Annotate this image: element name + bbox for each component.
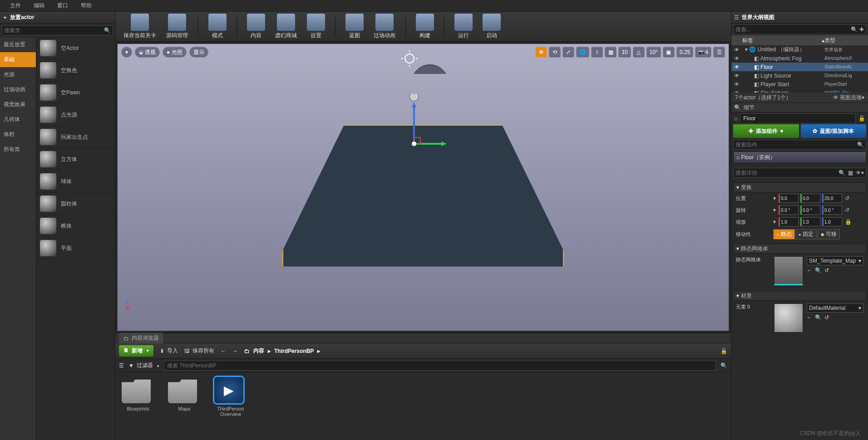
menu-help[interactable]: 帮助 [74, 0, 98, 11]
viewport[interactable]: ▾ ⬙ 透视 ● 光照 显示 ✥ ⟲ ⤢ 🌐 ⟟ ▦ 10 △ [117, 44, 729, 331]
actor-item[interactable]: 平面 [36, 237, 115, 259]
toolbar-button[interactable]: 构建 [416, 14, 434, 39]
save-all-button[interactable]: 🖫保存所有 [184, 347, 214, 355]
scale-snap-button[interactable]: ▣ [663, 47, 675, 58]
place-actors-search-input[interactable] [4, 27, 104, 34]
location-z-input[interactable] [824, 196, 842, 201]
actor-category[interactable]: 体积 [0, 127, 36, 142]
content-search-input[interactable] [164, 361, 716, 371]
toolbar-button[interactable]: 启动 [483, 14, 501, 39]
browse-button[interactable]: 🔍 [815, 314, 822, 321]
outliner-row[interactable]: 👁◧ Sky Sphere编辑BP_Sky [731, 88, 868, 93]
rotation-x-input[interactable] [780, 208, 798, 213]
floor-mesh[interactable] [282, 125, 564, 279]
lock-icon[interactable]: 🔓 [720, 348, 727, 354]
mobility-static-button[interactable]: ●静态 [773, 229, 795, 240]
nav-back-button[interactable]: ← [221, 348, 226, 354]
material-dropdown[interactable]: DefaultMaterial▾ [807, 303, 863, 313]
use-selected-button[interactable]: ← [807, 267, 812, 274]
visibility-toggle[interactable]: 👁 [733, 47, 740, 53]
angle-snap-button[interactable]: △ [633, 47, 645, 58]
sources-toggle-button[interactable]: ☰ [119, 362, 124, 369]
chevron-down-icon[interactable]: ▾ [773, 207, 776, 213]
import-button[interactable]: ⬇导入 [160, 347, 178, 355]
viewport-lit-dropdown[interactable]: ● 光照 [163, 47, 187, 58]
toolbar-button[interactable]: 保存当前关卡 [123, 14, 156, 39]
outliner-row[interactable]: 👁◧ Player StartPlayerStart [731, 80, 868, 88]
rotate-tool-button[interactable]: ⟲ [549, 47, 561, 58]
outliner-search-input[interactable] [735, 26, 851, 33]
toolbar-button[interactable]: 模式 [208, 14, 227, 39]
breadcrumb-folder[interactable]: ThirdPersonBP [274, 348, 314, 354]
use-selected-button[interactable]: ← [807, 314, 812, 321]
visibility-toggle[interactable]: 👁 [733, 64, 740, 70]
menu-file[interactable]: 文件 [4, 0, 27, 11]
actor-item[interactable]: 空角色 [36, 59, 115, 82]
material-thumbnail[interactable] [774, 303, 803, 332]
grid-snap-button[interactable]: ▦ [605, 47, 616, 58]
outliner-col-label[interactable]: 标签 [731, 37, 822, 44]
viewport-show-dropdown[interactable]: 显示 [189, 47, 208, 58]
scale-z-input[interactable] [824, 220, 842, 225]
actor-category[interactable]: 视觉效果 [0, 97, 36, 112]
toolbar-button[interactable]: 蓝图 [345, 14, 364, 39]
sun-widget[interactable] [396, 50, 450, 78]
outliner-row[interactable]: 👁◧ Light SourceDirectionalLig [731, 71, 868, 80]
visibility-toggle[interactable]: 👁 [733, 55, 740, 62]
details-search-input[interactable] [735, 170, 838, 176]
add-new-button[interactable]: 🗎新增 [119, 345, 153, 357]
asset-item[interactable]: ▶ThirdPerson Overview [214, 377, 247, 435]
scale-tool-button[interactable]: ⤢ [562, 47, 574, 58]
property-matrix-button[interactable]: ▦ [848, 170, 853, 176]
actor-category[interactable]: 光源 [0, 67, 36, 82]
filters-button[interactable]: ▼ 过滤器 [128, 362, 159, 369]
asset-item[interactable]: Blueprints [122, 377, 154, 435]
add-component-button[interactable]: ✚ 添加组件 ▾ [733, 124, 799, 138]
toolbar-button[interactable]: 源码管理 [166, 14, 188, 39]
rotation-y-input[interactable] [802, 208, 820, 213]
actor-category[interactable]: 最近放置 [0, 37, 36, 52]
scale-x-input[interactable] [780, 220, 798, 225]
scale-snap-value[interactable]: 0.25 [676, 47, 693, 58]
camera-speed-button[interactable]: 📷 4 [695, 47, 711, 58]
chevron-down-icon[interactable]: ▾ [773, 195, 776, 201]
actor-category[interactable]: 基础 [0, 52, 36, 67]
reset-button[interactable]: ↺ [824, 314, 829, 321]
translate-tool-button[interactable]: ✥ [535, 47, 547, 58]
scale-y-input[interactable] [802, 220, 820, 225]
content-browser-tab[interactable]: 🗀 内容浏览器 [119, 333, 163, 343]
viewport-maximize-button[interactable]: ☰ [713, 47, 725, 58]
actor-item[interactable]: 圆柱体 [36, 193, 115, 215]
add-folder-button[interactable]: ✚ [859, 26, 864, 33]
toolbar-button[interactable]: 虚幻商城 [275, 14, 297, 39]
angle-snap-value[interactable]: 10° [646, 47, 661, 58]
material-section-header[interactable]: 材质 [733, 291, 866, 301]
transform-section-header[interactable]: 变换 [733, 182, 866, 192]
toolbar-button[interactable]: 运行 [454, 14, 473, 39]
menu-window[interactable]: 窗口 [51, 0, 74, 11]
asset-item[interactable]: Maps [168, 377, 201, 435]
outliner-row[interactable]: 👁◧ FloorStaticMeshAc [731, 63, 868, 71]
static-mesh-thumbnail[interactable] [774, 256, 803, 285]
outliner-col-type[interactable]: 类型 [824, 37, 868, 44]
actor-item[interactable]: 球体 [36, 171, 115, 193]
mobility-movable-button[interactable]: ◆可移 [818, 229, 840, 240]
actor-name-input[interactable] [740, 113, 856, 123]
location-x-input[interactable] [780, 196, 798, 201]
reset-button[interactable]: ↺ [845, 195, 849, 201]
breadcrumb-content[interactable]: 内容 [253, 347, 264, 355]
lock-scale-button[interactable]: 🔒 [845, 219, 852, 225]
chevron-down-icon[interactable]: ▾ [773, 219, 776, 225]
actor-category[interactable]: 几何体 [0, 112, 36, 127]
actor-item[interactable]: 玩家出生点 [36, 126, 115, 148]
reset-button[interactable]: ↺ [845, 207, 849, 213]
static-mesh-section-header[interactable]: 静态网格体 [733, 244, 866, 254]
visibility-toggle[interactable]: 👁 [733, 81, 740, 88]
visibility-toggle[interactable]: 👁 [733, 73, 740, 79]
grid-snap-value[interactable]: 10 [618, 47, 631, 58]
menu-edit[interactable]: 编辑 [27, 0, 51, 11]
nav-forward-button[interactable]: → [232, 348, 238, 354]
actor-item[interactable]: 点光源 [36, 104, 115, 126]
actor-category[interactable]: 过场动画 [0, 82, 36, 97]
lock-icon[interactable]: 🔓 [858, 115, 865, 122]
